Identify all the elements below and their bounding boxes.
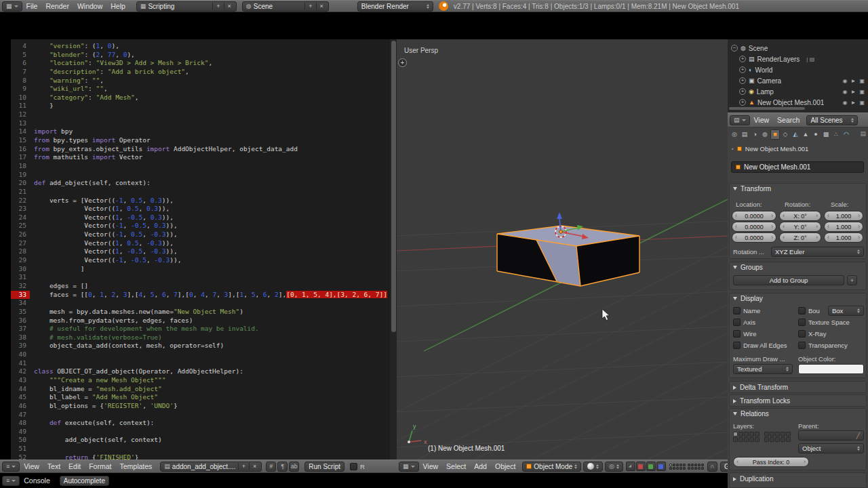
parent-type-dropdown[interactable]: Object: [798, 443, 864, 453]
wire-checkbox[interactable]: [733, 330, 741, 338]
outliner[interactable]: −◍Scene+▤RenderLayers| ▤+◐World+▣Camera◉…: [728, 39, 868, 113]
tab-constraints[interactable]: ◇: [781, 129, 790, 140]
bounds-type-dropdown[interactable]: Box: [828, 306, 864, 316]
code-line[interactable]: bl_label = "Add Mesh Object": [34, 393, 389, 402]
tab-world[interactable]: ◍: [760, 129, 770, 140]
menu-console[interactable]: Console: [20, 476, 54, 485]
unlink-text-icon[interactable]: ×: [249, 463, 258, 470]
editor-type-button-3dview[interactable]: ▦: [399, 462, 419, 472]
snap-magnet-icon[interactable]: ∩: [707, 462, 717, 472]
render-engine-dropdown[interactable]: Blender Render: [357, 1, 433, 12]
eyedropper-icon[interactable]: ╱: [856, 432, 860, 439]
menu-search[interactable]: Search: [773, 116, 804, 124]
rotation-x-field[interactable]: X: 0°: [779, 211, 821, 221]
code-line[interactable]: return {'FINISHED'}: [34, 453, 389, 460]
code-line[interactable]: bl_options = {'REGISTER', 'UNDO'}: [34, 402, 389, 411]
menu-object[interactable]: Object: [491, 462, 519, 470]
menu-edit[interactable]: Edit: [64, 462, 85, 470]
code-line[interactable]: [34, 110, 389, 119]
rotation-z-field[interactable]: Z: 0°: [779, 232, 821, 243]
menu-view[interactable]: View: [419, 462, 443, 470]
tab-scene[interactable]: ◑: [750, 129, 760, 140]
expander-icon[interactable]: +: [739, 99, 746, 106]
close-scene-icon[interactable]: ×: [316, 3, 325, 9]
code-line[interactable]: def execute(self, context):: [34, 419, 389, 428]
pivot-dropdown[interactable]: ◎: [605, 462, 623, 472]
3d-viewport[interactable]: x y User Persp (1) New Object Mesh.001 +: [397, 39, 728, 460]
code-line[interactable]: # mesh.validate(verbose=True): [34, 333, 389, 342]
code-line[interactable]: class OBJECT_OT_add_object(Operator, Add…: [34, 367, 389, 376]
restrict-view-eye-icon[interactable]: ◉: [843, 100, 848, 106]
code-line[interactable]: [34, 350, 389, 359]
code-line[interactable]: "version": (1, 0),: [34, 42, 389, 51]
menu-add[interactable]: Add: [470, 462, 491, 470]
code-lines[interactable]: "version": (1, 0), "blender": (2, 77, 0)…: [34, 42, 389, 460]
code-line[interactable]: "wiki_url": "",: [34, 85, 389, 94]
code-line[interactable]: Vector((-1, -0.5, -0.3)),: [34, 256, 389, 265]
code-line[interactable]: [34, 119, 389, 128]
new-text-icon[interactable]: +: [238, 463, 247, 470]
code-line[interactable]: from bpy.types import Operator: [34, 136, 389, 145]
menu-select[interactable]: Select: [442, 462, 470, 470]
text-datablock-selector[interactable]: ▤ addon_add_object.... + ×: [160, 462, 262, 472]
code-line[interactable]: mesh.from_pydata(verts, edges, faces): [34, 317, 389, 325]
code-line[interactable]: Vector((1, -0.5, 0.3)),: [34, 214, 389, 222]
bounds-checkbox[interactable]: [798, 307, 806, 314]
code-line[interactable]: }: [34, 102, 389, 110]
scale-x-field[interactable]: 1.000: [824, 211, 863, 221]
location-y-field[interactable]: 0.0000: [732, 222, 776, 232]
manipulator-pointer-icon[interactable]: [626, 462, 635, 471]
code-line[interactable]: [34, 273, 389, 282]
code-line[interactable]: [34, 162, 389, 171]
parent-field[interactable]: ╱: [798, 430, 864, 441]
add-group-plus-icon[interactable]: +: [847, 275, 857, 285]
editor-type-button-info[interactable]: ▦: [2, 1, 22, 12]
properties-context-options-icon[interactable]: ▤: [860, 130, 866, 137]
expander-icon[interactable]: +: [739, 88, 746, 95]
add-scene-icon[interactable]: +: [304, 3, 313, 9]
code-line[interactable]: object_data_add(context, mesh, operator=…: [34, 342, 389, 350]
scrollbar-thumb[interactable]: [391, 41, 396, 332]
editor-type-button-console[interactable]: ≡: [2, 476, 20, 486]
outliner-row[interactable]: +◉Lamp◉►▣: [728, 86, 868, 97]
expander-icon[interactable]: −: [731, 45, 738, 52]
code-line[interactable]: from mathutils import Vector: [34, 153, 389, 162]
code-line[interactable]: faces = [[0, 1, 2, 3],[4, 5, 6, 7],[0, 4…: [34, 291, 389, 300]
restrict-view-eye-icon[interactable]: ◉: [843, 78, 848, 84]
outliner-row[interactable]: +▤RenderLayers| ▤: [728, 54, 868, 64]
code-line[interactable]: import bpy: [34, 127, 389, 136]
line-numbers-toggle-icon[interactable]: #: [266, 462, 276, 472]
layers-grid-1[interactable]: [669, 464, 686, 470]
close-layout-icon[interactable]: ×: [224, 3, 233, 9]
syntax-highlight-toggle-icon[interactable]: ab: [289, 462, 299, 472]
manipulator-rotate-icon[interactable]: [646, 462, 656, 471]
manipulator-scale-icon[interactable]: [656, 462, 666, 471]
restrict-render-camera-icon[interactable]: ▣: [859, 78, 865, 84]
add-layout-icon[interactable]: +: [212, 3, 221, 9]
code-line[interactable]: [34, 188, 389, 197]
code-line[interactable]: def add_object(self, context):: [34, 179, 389, 188]
tab-render[interactable]: ◎: [730, 129, 739, 140]
tab-texture[interactable]: ▩: [821, 129, 831, 140]
screen-layout-selector[interactable]: ▦ Scripting + ×: [136, 1, 237, 12]
tool-shelf-plus-icon[interactable]: +: [398, 58, 407, 67]
code-line[interactable]: [34, 299, 389, 308]
menu-file[interactable]: File: [22, 2, 42, 10]
code-line[interactable]: [34, 411, 389, 420]
manipulator-translate-icon[interactable]: [636, 462, 646, 471]
menu-window[interactable]: Window: [73, 2, 106, 10]
code-line[interactable]: Vector((-1, -0.5, 0.3)),: [34, 222, 389, 230]
restrict-render-camera-icon[interactable]: ▣: [859, 89, 865, 95]
outliner-row[interactable]: +▲New Object Mesh.001◉►▣: [728, 97, 868, 108]
editor-type-button-outliner[interactable]: ▤: [730, 115, 750, 125]
expander-icon[interactable]: +: [739, 77, 746, 84]
location-x-field[interactable]: 0.0000: [732, 211, 776, 221]
text-editor[interactable]: 4567891011121314151617181920212223242526…: [0, 39, 397, 460]
code-line[interactable]: # useful for development when the mesh m…: [34, 325, 389, 333]
expander-icon[interactable]: +: [739, 56, 746, 62]
viewport-shading-dropdown[interactable]: [583, 462, 603, 472]
outliner-row[interactable]: −◍Scene: [728, 43, 868, 54]
expander-icon[interactable]: +: [739, 66, 746, 73]
register-checkbox[interactable]: [350, 463, 357, 470]
scenes-filter-dropdown[interactable]: All Scenes: [806, 115, 858, 125]
